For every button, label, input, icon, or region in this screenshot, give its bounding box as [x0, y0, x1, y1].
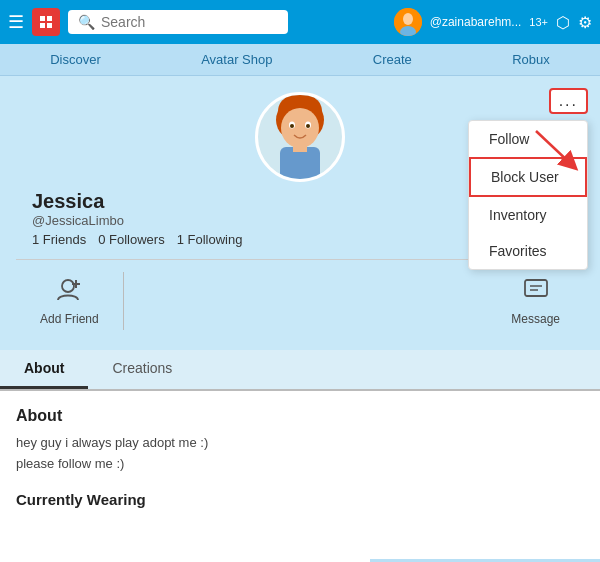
add-friend-icon	[56, 276, 82, 308]
profile-tabs: About Creations	[0, 350, 600, 391]
top-nav: ☰ 🔍 @zainabarehm... 13+ ⬡ ⚙	[0, 0, 600, 44]
nav-right: @zainabarehm... 13+ ⬡ ⚙	[394, 8, 592, 36]
svg-rect-2	[47, 16, 52, 21]
favorites-button[interactable]: Favorites	[469, 233, 587, 269]
settings-icon[interactable]: ⚙	[578, 13, 592, 32]
secondary-nav: Discover Avatar Shop Create Robux	[0, 44, 600, 76]
dropdown-menu: Follow Block User Inventory Favorites	[468, 120, 588, 270]
profile-actions: Add Friend Message	[16, 259, 584, 334]
hamburger-icon[interactable]: ☰	[8, 11, 24, 33]
nav-create[interactable]: Create	[373, 52, 412, 67]
avatar	[255, 92, 345, 182]
svg-point-6	[403, 13, 413, 25]
svg-rect-1	[40, 16, 45, 21]
svg-point-15	[290, 124, 294, 128]
following-count: 1 Following	[177, 232, 243, 247]
friends-count: 1 Friends	[32, 232, 86, 247]
search-icon: 🔍	[78, 14, 95, 30]
action-divider	[123, 272, 124, 330]
message-button[interactable]: Message	[487, 268, 584, 334]
nav-discover[interactable]: Discover	[50, 52, 101, 67]
block-user-button[interactable]: Block User	[469, 157, 587, 197]
svg-rect-3	[40, 23, 45, 28]
about-line2: please follow me :)	[16, 456, 124, 471]
content-area: About hey guy i always play adopt me :) …	[0, 391, 600, 562]
user-avatar[interactable]	[394, 8, 422, 36]
tab-about[interactable]: About	[0, 350, 88, 389]
svg-rect-4	[47, 23, 52, 28]
currently-wearing-title: Currently Wearing	[16, 491, 584, 508]
profile-section: Jessica @JessicaLimbo 1 Friends 0 Follow…	[0, 76, 600, 562]
about-title: About	[16, 407, 584, 425]
profile-bg: Jessica @JessicaLimbo 1 Friends 0 Follow…	[0, 76, 600, 350]
username-nav: @zainabarehm...	[430, 15, 522, 29]
search-input[interactable]	[101, 14, 278, 30]
message-icon	[523, 276, 549, 308]
svg-rect-18	[293, 144, 307, 152]
roblox-logo	[32, 8, 60, 36]
followers-count: 0 Followers	[98, 232, 164, 247]
tab-creations[interactable]: Creations	[88, 350, 196, 389]
nav-robux[interactable]: Robux	[512, 52, 550, 67]
add-friend-button[interactable]: Add Friend	[16, 268, 123, 334]
svg-rect-17	[280, 147, 320, 182]
about-line1: hey guy i always play adopt me :)	[16, 435, 208, 450]
follow-button[interactable]: Follow	[469, 121, 587, 157]
three-dot-button[interactable]: ...	[549, 88, 588, 114]
svg-point-16	[306, 124, 310, 128]
nav-avatar-shop[interactable]: Avatar Shop	[201, 52, 272, 67]
inventory-button[interactable]: Inventory	[469, 197, 587, 233]
age-badge: 13+	[529, 16, 548, 28]
about-text: hey guy i always play adopt me :) please…	[16, 433, 584, 475]
svg-rect-22	[525, 280, 547, 296]
message-label: Message	[511, 312, 560, 326]
svg-rect-0	[35, 11, 57, 33]
search-bar[interactable]: 🔍	[68, 10, 288, 34]
svg-point-19	[62, 280, 74, 292]
add-friend-label: Add Friend	[40, 312, 99, 326]
robux-icon[interactable]: ⬡	[556, 13, 570, 32]
svg-point-12	[281, 108, 319, 148]
